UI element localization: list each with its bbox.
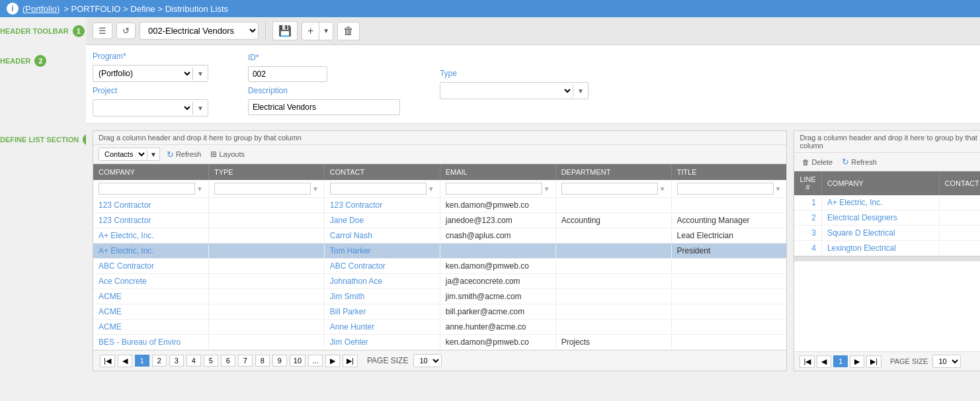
refresh-label: Refresh bbox=[176, 150, 202, 158]
description-label: Description bbox=[248, 86, 400, 95]
page-4[interactable]: 4 bbox=[186, 355, 201, 367]
portfolio-link[interactable]: (Portfolio) bbox=[22, 4, 60, 14]
toolbar-separator bbox=[265, 22, 266, 40]
right-delete-label: Delete bbox=[811, 158, 833, 166]
delete-button[interactable]: 🗑 bbox=[337, 22, 360, 40]
table-row[interactable]: 4Lexington Electrical bbox=[794, 241, 980, 256]
project-select[interactable] bbox=[93, 100, 192, 116]
page-9[interactable]: 9 bbox=[272, 355, 287, 367]
right-page-prev[interactable]: ◀ bbox=[817, 355, 831, 368]
filter-type-icon[interactable]: ▼ bbox=[312, 185, 319, 193]
define-list-label: DEFINE LIST SECTION bbox=[0, 136, 79, 144]
table-row[interactable]: ACMEBill Parkerbill.parker@acme.com bbox=[93, 304, 786, 320]
page-7[interactable]: 7 bbox=[238, 355, 253, 367]
page-first[interactable]: |◀ bbox=[100, 355, 115, 367]
page-last[interactable]: ▶| bbox=[343, 355, 358, 367]
table-row[interactable]: A+ Electric, Inc.Tom HarkerPresident bbox=[93, 244, 786, 259]
filter-title[interactable] bbox=[677, 183, 774, 195]
col-email[interactable]: EMAIL bbox=[440, 164, 555, 180]
filter-department[interactable] bbox=[561, 183, 658, 195]
page-5[interactable]: 5 bbox=[204, 355, 218, 367]
type-label: Type bbox=[440, 69, 589, 78]
table-row[interactable]: 123 ContractorJane Doejanedoe@123.comAcc… bbox=[93, 213, 786, 228]
col-contact[interactable]: CONTACT bbox=[324, 164, 440, 180]
filter-email-icon[interactable]: ▼ bbox=[544, 185, 550, 193]
layouts-button[interactable]: ⊞ Layouts bbox=[208, 148, 247, 160]
page-size-label: PAGE SIZE bbox=[367, 356, 408, 365]
table-row[interactable]: ACMEJim Smithjim.smith@acme.com bbox=[93, 289, 786, 304]
right-panel-drag-hint: Drag a column header and drop it here to… bbox=[794, 131, 980, 153]
table-row[interactable]: 1A+ Electric, Inc. bbox=[794, 195, 980, 210]
id-input[interactable] bbox=[248, 66, 327, 82]
view-select[interactable]: Contacts bbox=[99, 148, 147, 160]
list-selector[interactable]: 002-Electrical Vendors bbox=[140, 22, 259, 40]
col-line[interactable]: LINE # bbox=[794, 171, 821, 195]
add-button[interactable]: + bbox=[302, 22, 319, 40]
filter-type[interactable] bbox=[214, 183, 311, 195]
page-2[interactable]: 2 bbox=[152, 355, 167, 367]
hamburger-button[interactable]: ☰ bbox=[93, 22, 112, 39]
filter-title-icon[interactable]: ▼ bbox=[775, 185, 782, 193]
page-10[interactable]: 10 bbox=[290, 355, 306, 367]
filter-email[interactable] bbox=[446, 183, 542, 195]
main-content: Drag a column header and drop it here to… bbox=[86, 124, 980, 378]
col-right-contact[interactable]: CONTACT bbox=[939, 171, 980, 195]
right-scrollbar[interactable] bbox=[794, 256, 980, 261]
page-size-select[interactable]: 10 25 50 bbox=[413, 354, 442, 367]
right-page-1[interactable]: 1 bbox=[833, 355, 848, 367]
col-department[interactable]: DEPARTMENT bbox=[555, 164, 671, 180]
col-type[interactable]: TYPE bbox=[208, 164, 324, 180]
table-row[interactable]: 123 Contractor123 Contractorken.damon@pm… bbox=[93, 198, 786, 213]
project-label: Project bbox=[93, 86, 208, 95]
layouts-label: Layouts bbox=[219, 150, 245, 158]
table-row[interactable]: 3Square D Electrical bbox=[794, 226, 980, 241]
page-prev[interactable]: ◀ bbox=[118, 355, 132, 367]
add-dropdown-button[interactable]: ▼ bbox=[319, 22, 333, 40]
table-row[interactable]: 2Electrical Designers bbox=[794, 210, 980, 226]
header-section: Program* (Portfolio) ▼ Project ▼ ID* bbox=[86, 45, 980, 124]
right-page-first[interactable]: |◀ bbox=[799, 355, 815, 368]
type-group: Type ▼ bbox=[440, 69, 589, 99]
filter-contact-icon[interactable]: ▼ bbox=[428, 185, 434, 193]
page-1[interactable]: 1 bbox=[135, 355, 149, 367]
save-button[interactable]: 💾 bbox=[272, 21, 298, 40]
right-page-size-select[interactable]: 10 25 50 bbox=[932, 355, 961, 368]
col-company[interactable]: COMPANY bbox=[93, 164, 208, 180]
right-pagination: |◀ ◀ 1 ▶ ▶| PAGE SIZE 10 25 50 bbox=[794, 351, 980, 371]
type-select[interactable] bbox=[440, 83, 573, 99]
left-refresh-button[interactable]: ↻ Refresh bbox=[164, 148, 204, 161]
description-input[interactable] bbox=[248, 99, 400, 115]
type-select-wrapper: ▼ bbox=[440, 82, 589, 99]
col-title[interactable]: TITLE bbox=[671, 164, 786, 180]
table-row[interactable]: A+ Electric, Inc.Carrol Nashcnash@aplus.… bbox=[93, 228, 786, 244]
page-6[interactable]: 6 bbox=[221, 355, 235, 367]
table-row[interactable]: Ace ConcreteJohnathon Aceja@aceconcrete.… bbox=[93, 274, 786, 289]
program-label: Program* bbox=[93, 52, 208, 61]
table-row[interactable]: ABC ContractorABC Contractorken.damon@pm… bbox=[93, 259, 786, 274]
contacts-table: COMPANY TYPE CONTACT EMAIL DEPARTMENT TI… bbox=[93, 164, 786, 350]
filter-company[interactable] bbox=[99, 183, 195, 195]
filter-company-icon[interactable]: ▼ bbox=[196, 185, 203, 193]
header-toolbar-badge: 1 bbox=[73, 25, 85, 37]
layouts-icon: ⊞ bbox=[210, 150, 217, 159]
undo-icon: ↺ bbox=[122, 26, 130, 36]
left-pagination: |◀ ◀ 1 2 3 4 5 6 7 8 9 10 ... ▶ ▶| PAGE … bbox=[93, 350, 786, 371]
undo-button[interactable]: ↺ bbox=[116, 22, 136, 39]
right-page-last[interactable]: ▶| bbox=[866, 355, 881, 368]
right-page-next[interactable]: ▶ bbox=[850, 355, 864, 368]
filter-contact[interactable] bbox=[330, 183, 427, 195]
right-delete-button[interactable]: 🗑 Delete bbox=[799, 157, 835, 167]
table-row[interactable]: ACMEAnne Hunteranne.hunter@acme.co bbox=[93, 320, 786, 335]
page-ellipsis[interactable]: ... bbox=[308, 355, 323, 367]
page-3[interactable]: 3 bbox=[169, 355, 184, 367]
id-label: ID* bbox=[248, 53, 400, 62]
right-refresh-button[interactable]: ↻ Refresh bbox=[839, 156, 879, 168]
table-row[interactable]: BES - Bureau of EnviroJim Oehlerken.damo… bbox=[93, 335, 786, 350]
page-8[interactable]: 8 bbox=[255, 355, 270, 367]
filter-department-icon[interactable]: ▼ bbox=[659, 185, 666, 193]
delete-small-icon: 🗑 bbox=[802, 158, 809, 166]
col-right-company[interactable]: COMPANY bbox=[821, 171, 939, 195]
page-next[interactable]: ▶ bbox=[325, 355, 340, 367]
header-toolbar: ☰ ↺ 002-Electrical Vendors 💾 + ▼ 🗑 bbox=[86, 17, 980, 45]
program-select[interactable]: (Portfolio) bbox=[93, 66, 192, 81]
